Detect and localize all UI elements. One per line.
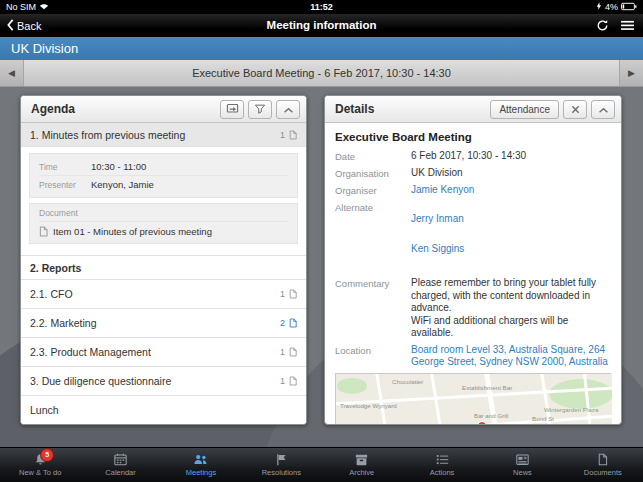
meeting-information-screen: No SIM 11:52 4% Back Meeting information… xyxy=(0,0,643,482)
map-label: Establishment Bar xyxy=(462,384,512,391)
chevron-left-icon xyxy=(7,19,14,33)
status-bar: No SIM 11:52 4% xyxy=(0,0,643,14)
agenda-item-title: Lunch xyxy=(30,404,297,416)
tab-archive[interactable]: Archive xyxy=(322,448,402,482)
agenda-item-title: 2.1. CFO xyxy=(30,288,276,300)
agenda-time-presenter-block: Time 10:30 - 11:00 Presenter Kenyon, Jam… xyxy=(29,153,298,198)
map-label: Chocolatier xyxy=(392,378,423,385)
document-icon xyxy=(289,376,297,386)
close-icon xyxy=(571,102,580,117)
archive-box-icon xyxy=(353,453,370,466)
tab-label: Meetings xyxy=(186,468,216,477)
agenda-document-link[interactable]: Item 01 - Minutes of previous meeting xyxy=(39,221,288,239)
battery-percent: 4% xyxy=(605,2,618,12)
document-icon xyxy=(39,226,48,237)
agenda-item-minutes[interactable]: 1. Minutes from previous meeting 1 xyxy=(21,123,306,147)
page-title: Meeting information xyxy=(0,14,643,37)
tab-actions[interactable]: Actions xyxy=(402,448,482,482)
nav-bar: Back Meeting information xyxy=(0,14,643,37)
agenda-item-marketing[interactable]: 2.2. Marketing 2 xyxy=(21,309,306,338)
tab-resolutions[interactable]: Resolutions xyxy=(241,448,321,482)
todo-badge: 5 xyxy=(41,449,53,461)
alternate-link[interactable]: Jerry Inman xyxy=(411,213,611,226)
chevron-up-icon xyxy=(283,102,294,117)
doc-count: 1 xyxy=(280,376,285,386)
agenda-item-lunch[interactable]: Lunch xyxy=(21,396,306,424)
next-meeting-arrow[interactable]: ▶ xyxy=(619,60,643,86)
alternate-link[interactable]: Ken Siggins xyxy=(411,243,611,256)
field-label: Date xyxy=(335,150,411,163)
details-panel-header: Details Attendance xyxy=(325,96,621,123)
tab-documents[interactable]: Documents xyxy=(563,448,643,482)
map-label: Bar and Grill xyxy=(474,412,508,419)
field-label: Commentary xyxy=(335,277,411,340)
previous-meeting-arrow[interactable]: ◀ xyxy=(0,60,24,86)
refresh-icon[interactable] xyxy=(596,19,609,32)
tab-label: Archive xyxy=(349,468,374,477)
map-image: Chocolatier Establishment Bar Travelodge… xyxy=(336,374,612,424)
back-button[interactable]: Back xyxy=(7,14,41,37)
checklist-icon xyxy=(434,453,451,466)
tab-label: Actions xyxy=(430,468,455,477)
field-label: Organiser xyxy=(335,184,411,197)
agenda-collapse-button[interactable] xyxy=(276,100,300,119)
filter-icon xyxy=(254,102,266,117)
wifi-icon xyxy=(39,2,49,12)
organiser-link[interactable]: Jamie Kenyon xyxy=(411,184,611,197)
agenda-item-title: 1. Minutes from previous meeting xyxy=(30,129,276,141)
people-icon xyxy=(192,453,209,466)
agenda-panel: Agenda 1. Minutes from previous meeting … xyxy=(20,95,307,425)
tab-meetings[interactable]: Meetings xyxy=(161,448,241,482)
document-icon xyxy=(289,130,297,140)
division-header: UK Division xyxy=(0,37,643,60)
agenda-item-cfo[interactable]: 2.1. CFO 1 xyxy=(21,280,306,309)
attendance-button[interactable]: Attendance xyxy=(490,100,559,119)
nav-actions xyxy=(596,14,634,37)
location-map[interactable]: Chocolatier Establishment Bar Travelodge… xyxy=(335,373,611,424)
field-organisation: Organisation UK Division xyxy=(335,167,611,180)
location-link[interactable]: Board room Level 33, Australia Square, 2… xyxy=(411,344,611,369)
presenter-label: Presenter xyxy=(39,180,91,190)
doc-count: 1 xyxy=(280,347,285,357)
document-icon xyxy=(289,318,297,328)
tab-new-todo[interactable]: New & To do 5 xyxy=(0,448,80,482)
back-label: Back xyxy=(17,20,41,32)
tab-label: Resolutions xyxy=(262,468,301,477)
tab-label: Calendar xyxy=(105,468,135,477)
field-value: Jerry Inman Ken Siggins xyxy=(411,201,611,274)
field-label: Location xyxy=(335,344,411,369)
agenda-item-due-diligence[interactable]: 3. Due diligence questionnaire 1 xyxy=(21,367,306,396)
tab-label: New & To do xyxy=(19,468,61,477)
field-date: Date 6 Feb 2017, 10:30 - 14:30 xyxy=(335,150,611,163)
battery-icon xyxy=(621,2,637,13)
tab-calendar[interactable]: Calendar xyxy=(80,448,160,482)
doc-count: 1 xyxy=(280,289,285,299)
meeting-title: Executive Board Meeting xyxy=(335,131,611,143)
tab-news[interactable]: News xyxy=(482,448,562,482)
presenter-value: Kenyon, Jamie xyxy=(91,179,154,190)
charging-bolt-icon xyxy=(596,2,602,12)
close-details-button[interactable] xyxy=(563,100,587,119)
present-button[interactable] xyxy=(220,100,244,119)
details-body: Executive Board Meeting Date 6 Feb 2017,… xyxy=(325,123,621,424)
document-icon xyxy=(289,347,297,357)
meeting-selector: ◀ Executive Board Meeting - 6 Feb 2017, … xyxy=(0,60,643,87)
details-collapse-button[interactable] xyxy=(591,100,615,119)
map-label: Wintergarden Plaza xyxy=(544,406,599,413)
field-commentary: Commentary Please remember to bring your… xyxy=(335,277,611,340)
agenda-item-reports[interactable]: 2. Reports xyxy=(21,256,306,280)
field-organiser: Organiser Jamie Kenyon xyxy=(335,184,611,197)
agenda-panel-header: Agenda xyxy=(21,96,306,123)
doc-count: 2 xyxy=(280,318,285,328)
field-value: UK Division xyxy=(411,167,611,180)
time-label: Time xyxy=(39,162,91,172)
doc-count: 1 xyxy=(280,130,285,140)
document-icon xyxy=(289,289,297,299)
filter-button[interactable] xyxy=(248,100,272,119)
agenda-item-product-management[interactable]: 2.3. Product Management 1 xyxy=(21,338,306,367)
map-label: Travelodge Wynyard xyxy=(340,402,397,409)
menu-icon[interactable] xyxy=(621,20,634,31)
present-icon xyxy=(226,102,239,117)
document-label: Document xyxy=(39,208,91,218)
clock: 11:52 xyxy=(126,2,517,12)
